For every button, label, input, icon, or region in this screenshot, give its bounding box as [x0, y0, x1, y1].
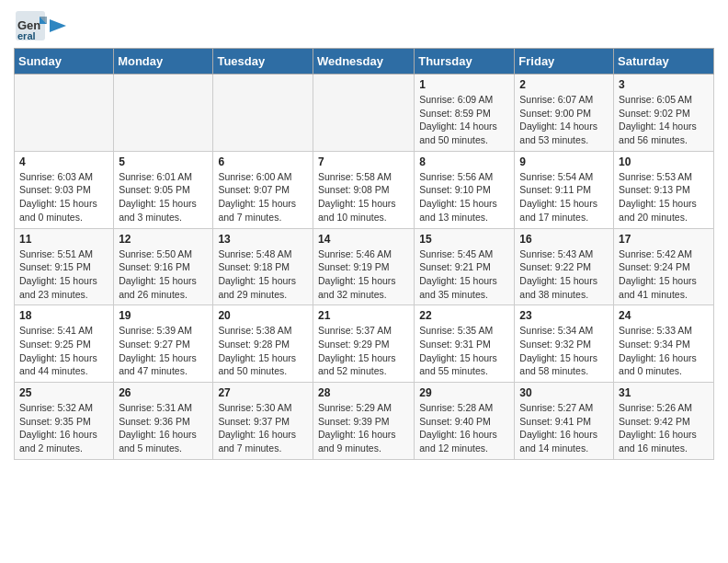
day-number: 10: [619, 155, 709, 168]
sun-time: Sunrise: 5:35 AM: [419, 325, 493, 336]
day-info: Sunrise: 5:31 AMSunset: 9:36 PMDaylight:…: [119, 401, 208, 455]
weekday-header: Sunday: [15, 49, 114, 75]
daylight-label: Daylight: 15 hours: [619, 198, 697, 209]
sun-time: Sunrise: 5:39 AM: [119, 325, 192, 336]
daylight-label: Daylight: 16 hours: [519, 429, 597, 440]
daylight-minutes: and 53 minutes.: [519, 134, 588, 145]
calendar-cell: 7Sunrise: 5:58 AMSunset: 9:08 PMDaylight…: [313, 151, 414, 228]
day-info: Sunrise: 5:28 AMSunset: 9:40 PMDaylight:…: [419, 401, 509, 455]
day-number: 6: [218, 155, 308, 168]
daylight-label: Daylight: 15 hours: [519, 352, 597, 363]
daylight-minutes: and 10 minutes.: [318, 212, 387, 223]
sun-time: Sunset: 9:07 PM: [218, 184, 290, 195]
sun-time: Sunset: 9:27 PM: [119, 339, 190, 350]
day-info: Sunrise: 5:35 AMSunset: 9:31 PMDaylight:…: [419, 324, 509, 378]
calendar-cell: 31Sunrise: 5:26 AMSunset: 9:42 PMDayligh…: [614, 383, 714, 460]
day-number: 21: [318, 309, 409, 322]
daylight-label: Daylight: 16 hours: [218, 429, 296, 440]
calendar-cell: 12Sunrise: 5:50 AMSunset: 9:16 PMDayligh…: [114, 228, 213, 305]
weekday-header: Monday: [114, 49, 213, 75]
sun-time: Sunset: 9:41 PM: [519, 416, 591, 427]
sun-time: Sunrise: 6:03 AM: [19, 171, 93, 182]
daylight-minutes: and 44 minutes.: [19, 365, 88, 376]
sun-time: Sunset: 9:03 PM: [19, 184, 91, 195]
sun-time: Sunrise: 5:27 AM: [519, 402, 593, 413]
day-number: 17: [619, 233, 709, 246]
day-number: 5: [119, 155, 208, 168]
day-number: 22: [419, 309, 509, 322]
calendar-header-row: SundayMondayTuesdayWednesdayThursdayFrid…: [15, 49, 714, 75]
sun-time: Sunrise: 5:53 AM: [619, 171, 692, 182]
logo-arrow-icon: [50, 19, 66, 32]
calendar-cell: 1Sunrise: 6:09 AMSunset: 8:59 PMDaylight…: [415, 75, 515, 152]
sun-time: Sunset: 9:42 PM: [619, 416, 690, 427]
day-number: 29: [419, 386, 509, 399]
weekday-header: Saturday: [614, 49, 714, 75]
day-info: Sunrise: 5:38 AMSunset: 9:28 PMDaylight:…: [218, 324, 308, 378]
sun-time: Sunrise: 5:29 AM: [318, 402, 392, 413]
sun-time: Sunrise: 6:01 AM: [119, 171, 192, 182]
sun-time: Sunset: 9:31 PM: [419, 339, 491, 350]
sun-time: Sunrise: 5:28 AM: [419, 402, 493, 413]
sun-time: Sunrise: 5:30 AM: [218, 402, 291, 413]
day-info: Sunrise: 5:50 AMSunset: 9:16 PMDaylight:…: [119, 247, 208, 302]
sun-time: Sunrise: 5:51 AM: [19, 248, 93, 259]
sun-time: Sunrise: 5:31 AM: [119, 402, 192, 413]
svg-marker-5: [50, 19, 66, 32]
daylight-label: Daylight: 16 hours: [619, 429, 697, 440]
day-number: 14: [318, 233, 409, 246]
day-number: 18: [19, 309, 108, 322]
sun-time: Sunrise: 5:34 AM: [519, 325, 593, 336]
calendar-cell: 6Sunrise: 6:00 AMSunset: 9:07 PMDaylight…: [213, 151, 313, 228]
calendar-cell: 14Sunrise: 5:46 AMSunset: 9:19 PMDayligh…: [313, 228, 414, 305]
day-number: 16: [519, 233, 609, 246]
day-number: 23: [519, 309, 609, 322]
daylight-label: Daylight: 15 hours: [619, 275, 697, 286]
day-number: 26: [119, 386, 208, 399]
calendar-cell: 21Sunrise: 5:37 AMSunset: 9:29 PMDayligh…: [313, 305, 414, 383]
daylight-minutes: and 32 minutes.: [318, 289, 387, 300]
daylight-minutes: and 9 minutes.: [318, 442, 381, 454]
day-info: Sunrise: 6:09 AMSunset: 8:59 PMDaylight:…: [419, 93, 509, 147]
day-info: Sunrise: 5:48 AMSunset: 9:18 PMDaylight:…: [218, 247, 308, 302]
daylight-label: Daylight: 15 hours: [419, 198, 497, 209]
daylight-minutes: and 0 minutes.: [619, 365, 682, 376]
day-number: 2: [519, 78, 609, 91]
day-number: 1: [419, 78, 509, 91]
day-info: Sunrise: 5:53 AMSunset: 9:13 PMDaylight:…: [619, 170, 709, 224]
day-number: 3: [619, 78, 709, 91]
daylight-label: Daylight: 16 hours: [619, 352, 697, 363]
calendar-week-row: 25Sunrise: 5:32 AMSunset: 9:35 PMDayligh…: [15, 383, 714, 460]
day-number: 25: [19, 386, 108, 399]
daylight-label: Daylight: 15 hours: [318, 198, 396, 209]
calendar-cell: 25Sunrise: 5:32 AMSunset: 9:35 PMDayligh…: [15, 383, 114, 460]
daylight-label: Daylight: 14 hours: [419, 121, 497, 132]
sun-time: Sunset: 9:35 PM: [19, 416, 91, 427]
day-info: Sunrise: 5:45 AMSunset: 9:21 PMDaylight:…: [419, 247, 509, 302]
calendar-cell: [313, 75, 414, 152]
calendar-week-row: 18Sunrise: 5:41 AMSunset: 9:25 PMDayligh…: [15, 305, 714, 383]
day-number: 24: [619, 309, 709, 322]
sun-time: Sunrise: 5:41 AM: [19, 325, 93, 336]
calendar-cell: 23Sunrise: 5:34 AMSunset: 9:32 PMDayligh…: [515, 305, 614, 383]
sun-time: Sunrise: 5:50 AM: [119, 248, 192, 259]
calendar-cell: 4Sunrise: 6:03 AMSunset: 9:03 PMDaylight…: [15, 151, 114, 228]
day-number: 9: [519, 155, 609, 168]
sun-time: Sunset: 9:22 PM: [519, 261, 591, 272]
calendar-cell: 8Sunrise: 5:56 AMSunset: 9:10 PMDaylight…: [415, 151, 515, 228]
sun-time: Sunrise: 5:54 AM: [519, 171, 593, 182]
sun-time: Sunset: 9:39 PM: [318, 416, 390, 427]
day-info: Sunrise: 5:32 AMSunset: 9:35 PMDaylight:…: [19, 401, 108, 455]
day-info: Sunrise: 5:51 AMSunset: 9:15 PMDaylight:…: [19, 247, 108, 302]
sun-time: Sunset: 9:29 PM: [318, 339, 390, 350]
sun-time: Sunset: 9:13 PM: [619, 184, 690, 195]
daylight-minutes: and 7 minutes.: [218, 442, 281, 454]
calendar-cell: 13Sunrise: 5:48 AMSunset: 9:18 PMDayligh…: [213, 228, 313, 305]
logo-icon: Gen eral: [14, 9, 47, 42]
header: Gen eral: [14, 9, 714, 42]
calendar-cell: 22Sunrise: 5:35 AMSunset: 9:31 PMDayligh…: [415, 305, 515, 383]
day-number: 8: [419, 155, 509, 168]
sun-time: Sunrise: 5:37 AM: [318, 325, 392, 336]
calendar-cell: 3Sunrise: 6:05 AMSunset: 9:02 PMDaylight…: [614, 75, 714, 152]
daylight-minutes: and 12 minutes.: [419, 442, 488, 454]
